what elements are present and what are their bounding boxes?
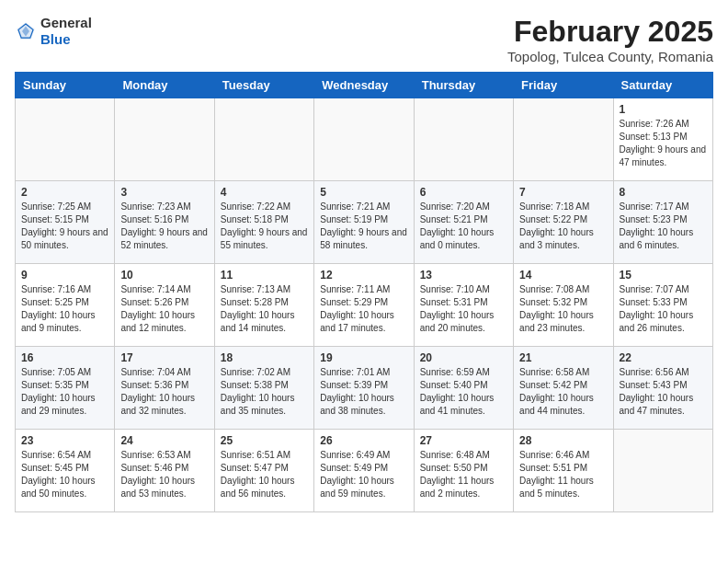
calendar-cell: 16Sunrise: 7:05 AM Sunset: 5:35 PM Dayli… [16,347,115,430]
day-info: Sunrise: 7:08 AM Sunset: 5:32 PM Dayligh… [519,283,607,335]
weekday-header: Friday [514,73,613,98]
calendar-cell: 26Sunrise: 6:49 AM Sunset: 5:49 PM Dayli… [314,430,414,512]
calendar-cell: 10Sunrise: 7:14 AM Sunset: 5:26 PM Dayli… [115,264,214,347]
calendar-cell: 17Sunrise: 7:04 AM Sunset: 5:36 PM Dayli… [115,347,214,430]
day-number: 19 [320,351,407,364]
calendar-week-row: 1Sunrise: 7:26 AM Sunset: 5:13 PM Daylig… [16,98,713,181]
calendar-table: SundayMondayTuesdayWednesdayThursdayFrid… [15,72,713,512]
calendar-cell: 20Sunrise: 6:59 AM Sunset: 5:40 PM Dayli… [414,347,513,430]
day-number: 4 [221,186,308,199]
day-number: 15 [620,269,707,282]
calendar-cell: 27Sunrise: 6:48 AM Sunset: 5:50 PM Dayli… [414,430,513,512]
calendar-cell [115,98,214,181]
day-info: Sunrise: 6:54 AM Sunset: 5:45 PM Dayligh… [21,449,108,500]
day-number: 25 [221,434,308,447]
logo-blue-text: Blue [40,31,71,47]
calendar-cell: 6Sunrise: 7:20 AM Sunset: 5:21 PM Daylig… [414,181,513,264]
calendar-cell: 7Sunrise: 7:18 AM Sunset: 5:22 PM Daylig… [514,181,613,264]
day-number: 22 [620,351,707,364]
day-info: Sunrise: 7:23 AM Sunset: 5:16 PM Dayligh… [120,201,208,252]
day-info: Sunrise: 7:04 AM Sunset: 5:36 PM Dayligh… [120,366,208,418]
day-number: 18 [221,351,308,364]
day-info: Sunrise: 7:17 AM Sunset: 5:23 PM Dayligh… [620,201,707,252]
calendar-week-row: 9Sunrise: 7:16 AM Sunset: 5:25 PM Daylig… [16,264,713,347]
day-number: 12 [320,269,407,282]
calendar-cell: 28Sunrise: 6:46 AM Sunset: 5:51 PM Dayli… [514,430,613,512]
day-number: 7 [519,186,607,199]
day-number: 17 [120,351,208,364]
day-number: 6 [420,186,507,199]
day-info: Sunrise: 7:10 AM Sunset: 5:31 PM Dayligh… [420,283,507,335]
day-info: Sunrise: 7:02 AM Sunset: 5:38 PM Dayligh… [221,366,308,418]
day-number: 10 [120,269,208,282]
day-number: 23 [21,434,108,447]
day-info: Sunrise: 6:56 AM Sunset: 5:43 PM Dayligh… [620,366,707,418]
weekday-header: Wednesday [314,73,414,98]
title-area: February 2025 Topolog, Tulcea County, Ro… [507,15,713,64]
calendar-cell: 24Sunrise: 6:53 AM Sunset: 5:46 PM Dayli… [115,430,214,512]
day-info: Sunrise: 6:58 AM Sunset: 5:42 PM Dayligh… [519,366,607,418]
day-info: Sunrise: 6:53 AM Sunset: 5:46 PM Dayligh… [120,449,208,500]
day-number: 27 [420,434,507,447]
calendar-cell: 23Sunrise: 6:54 AM Sunset: 5:45 PM Dayli… [16,430,115,512]
day-info: Sunrise: 7:01 AM Sunset: 5:39 PM Dayligh… [320,366,407,418]
calendar-cell [514,98,613,181]
day-number: 1 [620,103,707,116]
calendar-cell [314,98,414,181]
day-info: Sunrise: 6:49 AM Sunset: 5:49 PM Dayligh… [320,449,407,500]
day-number: 21 [519,351,607,364]
calendar-cell [414,98,513,181]
calendar-cell: 1Sunrise: 7:26 AM Sunset: 5:13 PM Daylig… [613,98,712,181]
calendar-cell: 15Sunrise: 7:07 AM Sunset: 5:33 PM Dayli… [613,264,712,347]
day-info: Sunrise: 6:51 AM Sunset: 5:47 PM Dayligh… [221,449,308,500]
calendar-cell: 8Sunrise: 7:17 AM Sunset: 5:23 PM Daylig… [613,181,712,264]
day-number: 8 [620,186,707,199]
calendar-cell: 22Sunrise: 6:56 AM Sunset: 5:43 PM Dayli… [613,347,712,430]
calendar-cell: 14Sunrise: 7:08 AM Sunset: 5:32 PM Dayli… [514,264,613,347]
calendar-week-row: 16Sunrise: 7:05 AM Sunset: 5:35 PM Dayli… [16,347,713,430]
weekday-header-row: SundayMondayTuesdayWednesdayThursdayFrid… [16,73,713,98]
calendar-cell: 3Sunrise: 7:23 AM Sunset: 5:16 PM Daylig… [115,181,214,264]
weekday-header: Thursday [414,73,513,98]
day-info: Sunrise: 7:26 AM Sunset: 5:13 PM Dayligh… [620,118,707,169]
calendar-cell: 25Sunrise: 6:51 AM Sunset: 5:47 PM Dayli… [214,430,313,512]
calendar-cell [214,98,313,181]
day-number: 5 [320,186,407,199]
day-info: Sunrise: 6:46 AM Sunset: 5:51 PM Dayligh… [519,449,607,500]
day-number: 13 [420,269,507,282]
day-info: Sunrise: 7:14 AM Sunset: 5:26 PM Dayligh… [120,283,208,335]
calendar-week-row: 2Sunrise: 7:25 AM Sunset: 5:15 PM Daylig… [16,181,713,264]
weekday-header: Monday [115,73,214,98]
month-year: February 2025 [507,15,713,49]
day-number: 20 [420,351,507,364]
calendar-cell: 19Sunrise: 7:01 AM Sunset: 5:39 PM Dayli… [314,347,414,430]
weekday-header: Sunday [16,73,115,98]
day-number: 16 [21,351,108,364]
day-info: Sunrise: 7:18 AM Sunset: 5:22 PM Dayligh… [519,201,607,252]
day-number: 2 [21,186,108,199]
calendar-cell: 11Sunrise: 7:13 AM Sunset: 5:28 PM Dayli… [214,264,313,347]
calendar-cell: 5Sunrise: 7:21 AM Sunset: 5:19 PM Daylig… [314,181,414,264]
weekday-header: Saturday [613,73,712,98]
day-info: Sunrise: 7:13 AM Sunset: 5:28 PM Dayligh… [221,283,308,335]
day-info: Sunrise: 7:16 AM Sunset: 5:25 PM Dayligh… [21,283,108,335]
day-number: 11 [221,269,308,282]
location: Topolog, Tulcea County, Romania [507,49,713,64]
day-number: 28 [519,434,607,447]
calendar-cell: 4Sunrise: 7:22 AM Sunset: 5:18 PM Daylig… [214,181,313,264]
calendar-cell: 21Sunrise: 6:58 AM Sunset: 5:42 PM Dayli… [514,347,613,430]
day-info: Sunrise: 7:25 AM Sunset: 5:15 PM Dayligh… [21,201,108,252]
day-number: 9 [21,269,108,282]
day-info: Sunrise: 7:20 AM Sunset: 5:21 PM Dayligh… [420,201,507,252]
logo-icon [15,20,37,42]
calendar-cell: 18Sunrise: 7:02 AM Sunset: 5:38 PM Dayli… [214,347,313,430]
logo-general-text: General [40,15,92,30]
day-number: 3 [120,186,208,199]
calendar-cell: 2Sunrise: 7:25 AM Sunset: 5:15 PM Daylig… [16,181,115,264]
day-number: 24 [120,434,208,447]
day-info: Sunrise: 7:21 AM Sunset: 5:19 PM Dayligh… [320,201,407,252]
day-info: Sunrise: 7:07 AM Sunset: 5:33 PM Dayligh… [620,283,707,335]
day-info: Sunrise: 6:59 AM Sunset: 5:40 PM Dayligh… [420,366,507,418]
calendar-cell: 13Sunrise: 7:10 AM Sunset: 5:31 PM Dayli… [414,264,513,347]
day-info: Sunrise: 7:22 AM Sunset: 5:18 PM Dayligh… [221,201,308,252]
